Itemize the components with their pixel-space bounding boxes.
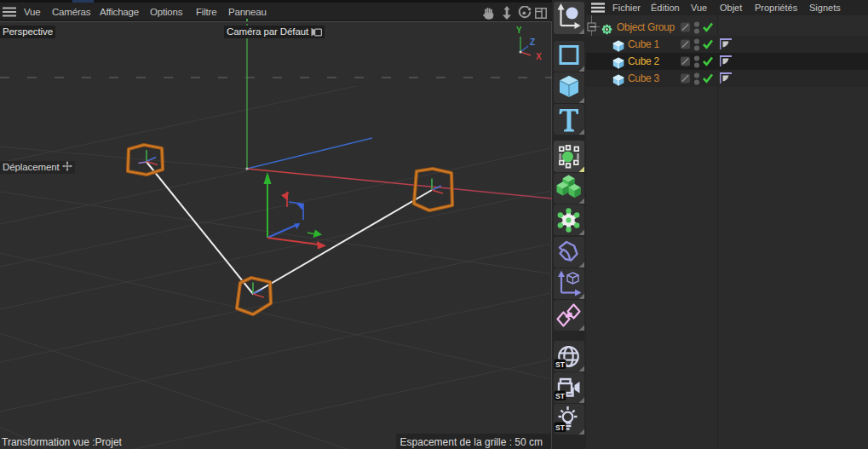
svg-text:Y: Y bbox=[516, 26, 522, 35]
svg-text:ST: ST bbox=[555, 360, 566, 369]
svg-text:Z: Z bbox=[530, 37, 535, 47]
svg-text:X: X bbox=[536, 52, 542, 61]
svg-text:ST: ST bbox=[555, 392, 566, 400]
svg-text:ST: ST bbox=[555, 423, 566, 432]
